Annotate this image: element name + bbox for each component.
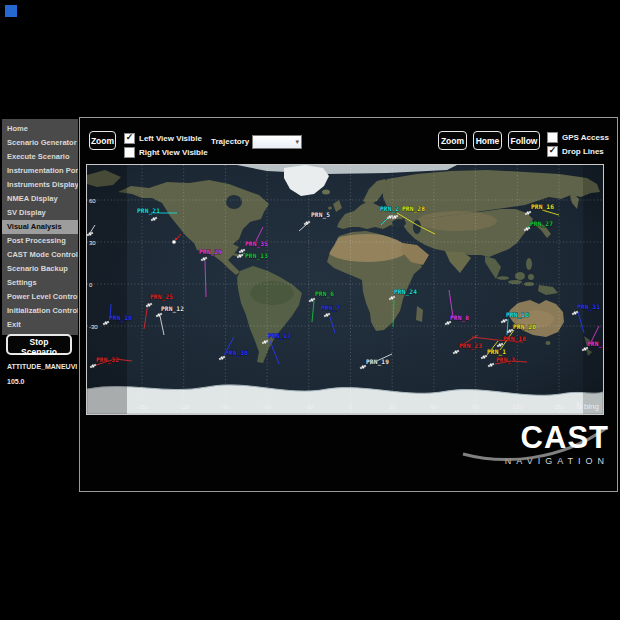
- satellite-label: PRN_5: [311, 211, 330, 219]
- satellite-label: PRN_10: [109, 314, 132, 322]
- sidebar-item-scenario-backup[interactable]: Scenario Backup: [2, 262, 78, 276]
- satellite-label: PRN_12: [161, 305, 184, 313]
- visual-analysis-panel: Zoom Left View Visible Right View Visibl…: [79, 117, 618, 492]
- lon-axis-label: 60: [431, 404, 438, 410]
- lon-axis-label: -60: [263, 404, 272, 410]
- satellite-label: PRN_33: [587, 340, 603, 348]
- sidebar-item-settings[interactable]: Settings: [2, 276, 78, 290]
- satellite-label: PRN_16: [531, 203, 554, 211]
- sidebar-item-visual-analysis[interactable]: Visual Analysis: [2, 220, 78, 234]
- sidebar-item-sv-display[interactable]: SV Display: [2, 206, 78, 220]
- satellite-label: PRN_13: [245, 252, 268, 260]
- right-view-label: Right View Visible: [139, 148, 208, 157]
- map-canvas[interactable]: -150-120-90-60-30030609012015060300-30PR…: [87, 165, 603, 414]
- satellite-label: PRN_6: [315, 290, 334, 298]
- lon-axis-label: 30: [389, 404, 396, 410]
- trajectory-time-label: 105.0: [7, 378, 25, 385]
- sidebar-item-exit[interactable]: Exit: [2, 318, 78, 332]
- satellite-label: PRN_3: [496, 356, 515, 364]
- bing-icon: b: [576, 401, 582, 411]
- gps-access-label: GPS Access: [562, 133, 609, 142]
- satellite-label: PRN_32: [96, 356, 119, 364]
- sidebar-item-power-level-control[interactable]: Power Level Control: [2, 290, 78, 304]
- vehicle-heading-tick: [175, 238, 177, 240]
- lat-axis-label: 60: [89, 198, 96, 204]
- logo-subtitle: NAVIGATION: [459, 456, 609, 466]
- lon-axis-label: -120: [178, 404, 191, 410]
- satellite-label: PRN_27: [530, 220, 553, 228]
- left-view-checkbox[interactable]: [124, 133, 135, 144]
- satellite-label: PRN_1: [487, 348, 506, 356]
- drop-lines-checkbox[interactable]: [547, 146, 558, 157]
- satellite-label: PRN_31: [577, 303, 600, 311]
- vehicle-icon: [172, 240, 176, 244]
- sidebar-item-home[interactable]: Home: [2, 122, 78, 136]
- sidebar-item-initialization-control[interactable]: Initialization Control: [2, 304, 78, 318]
- bing-logo[interactable]: b bing: [576, 401, 599, 411]
- satellite-label: PRN_23: [459, 342, 482, 350]
- bing-label: bing: [584, 402, 599, 411]
- lon-axis-label: 120: [512, 404, 523, 410]
- gps-access-checkbox[interactable]: [547, 132, 558, 143]
- lat-axis-label: -30: [89, 324, 98, 330]
- chevron-down-icon: ▾: [295, 138, 299, 146]
- right-view-checkbox[interactable]: [124, 147, 135, 158]
- satellite-label: PRN_30: [225, 349, 248, 357]
- lon-axis-label: -30: [304, 404, 313, 410]
- satellite-label: PRN_8: [450, 314, 469, 322]
- left-view-label: Left View Visible: [139, 134, 202, 143]
- satellite-label: PRN_18: [503, 335, 526, 343]
- satellite-label: PRN_2: [380, 205, 399, 213]
- logo-title: CAST: [459, 423, 609, 453]
- sidebar-item-post-processing[interactable]: Post Processing: [2, 234, 78, 248]
- trajectory-label: Trajectory: [211, 137, 249, 146]
- world-map[interactable]: -150-120-90-60-30030609012015060300-30PR…: [86, 164, 604, 415]
- sidebar-item-instruments-display[interactable]: Instruments Display: [2, 178, 78, 192]
- sidebar-menu: HomeScenario GeneratorExecute ScenarioIn…: [2, 119, 78, 335]
- zoom-button-right[interactable]: Zoom: [438, 131, 467, 150]
- lat-axis-label: 30: [89, 240, 96, 246]
- satellite-label: PRN_7: [321, 304, 340, 312]
- cast-navigation-logo: CAST NAVIGATION: [459, 423, 609, 479]
- satellite-label: PRN_28: [402, 205, 425, 213]
- satellite-label: PRN_19: [366, 358, 389, 366]
- satellite-label: PRN_10: [506, 311, 529, 319]
- stop-scenario-button[interactable]: Stop Scenario: [6, 334, 72, 355]
- satellite-label: PRN_24: [394, 288, 417, 296]
- sidebar-item-scenario-generator[interactable]: Scenario Generator: [2, 136, 78, 150]
- app-icon[interactable]: [5, 5, 17, 17]
- satellite-label: PRN_20: [513, 323, 536, 331]
- satellite-label: PRN_29: [199, 248, 222, 256]
- zoom-button-left[interactable]: Zoom: [89, 131, 116, 150]
- lon-axis-label: 150: [554, 404, 565, 410]
- satellite-label: PRN_17: [268, 332, 291, 340]
- sidebar-item-instrumentation-port[interactable]: Instrumentation Port: [2, 164, 78, 178]
- application-window: HomeScenario GeneratorExecute ScenarioIn…: [0, 0, 620, 620]
- lon-axis-label: 90: [472, 404, 479, 410]
- sidebar-item-execute-scenario[interactable]: Execute Scenario: [2, 150, 78, 164]
- sidebar-item-nmea-display[interactable]: NMEA Display: [2, 192, 78, 206]
- satellite-label: PRN_35: [245, 240, 268, 248]
- lon-axis-label: -150: [136, 404, 149, 410]
- home-button[interactable]: Home: [473, 131, 502, 150]
- drop-lines-label: Drop Lines: [562, 147, 604, 156]
- lon-axis-label: -90: [221, 404, 230, 410]
- follow-button[interactable]: Follow: [508, 131, 540, 150]
- satellite-label: PRN_25: [150, 293, 173, 301]
- sidebar-item-cast-mode-control[interactable]: CAST Mode Control: [2, 248, 78, 262]
- trajectory-name-label: ATTITUDE_MANEUVI: [7, 363, 77, 370]
- satellite-label: PRN_21: [137, 207, 160, 215]
- trajectory-dropdown[interactable]: ▾: [252, 135, 302, 149]
